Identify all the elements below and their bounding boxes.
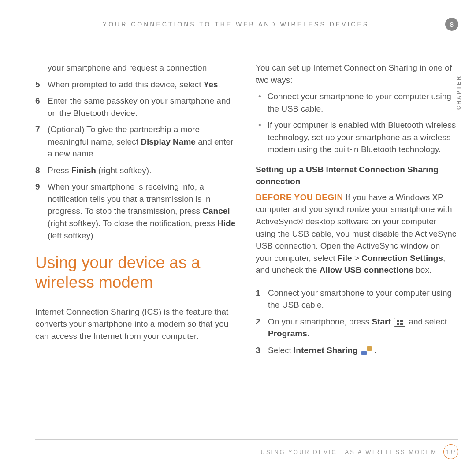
before-you-begin-paragraph: BEFORE YOU BEGIN If you have a Windows X…: [256, 191, 458, 276]
step-body: When your smartphone is receiving info, …: [48, 181, 238, 242]
step-number: 6: [35, 95, 41, 119]
bullet-dot-icon: •: [258, 119, 261, 156]
step-body: Enter the same passkey on your smartphon…: [48, 95, 238, 119]
step-number: 3: [256, 344, 262, 357]
chapter-number-badge: 8: [445, 18, 458, 31]
bullet-dot-icon: •: [258, 90, 261, 115]
step-9: 9 When your smartphone is receiving info…: [35, 181, 238, 242]
step-number: 1: [256, 287, 262, 311]
step-7: 7 (Optional) To give the partnership a m…: [35, 123, 238, 160]
bullet-text: If your computer is enabled with Bluetoo…: [268, 119, 458, 156]
bullet-bluetooth: • If your computer is enabled with Bluet…: [256, 119, 458, 156]
step-body: Connect your smartphone to your computer…: [268, 287, 458, 311]
header-title: YOUR CONNECTIONS TO THE WEB AND WIRELESS…: [35, 21, 436, 28]
page-footer: USING YOUR DEVICE AS A WIRELESS MODEM 18…: [35, 439, 458, 459]
step-body: On your smartphone, press Start and sele…: [268, 316, 458, 340]
left-column: your smartphone and request a connection…: [35, 62, 238, 361]
right-step-2: 2 On your smartphone, press Start and se…: [256, 316, 458, 340]
page-header: YOUR CONNECTIONS TO THE WEB AND WIRELESS…: [35, 18, 458, 31]
step-body: (Optional) To give the partnership a mor…: [48, 123, 238, 160]
ics-paragraph: Internet Connection Sharing (ICS) is the…: [35, 306, 238, 342]
step-number: 8: [35, 164, 41, 177]
section-heading-wireless-modem: Using your device as a wireless modem: [35, 253, 238, 296]
bullet-usb: • Connect your smartphone to your comput…: [256, 90, 458, 115]
step-body: When prompted to add this device, select…: [48, 78, 238, 91]
step-5: 5 When prompted to add this device, sele…: [35, 78, 238, 91]
step-8: 8 Press Finish (right softkey).: [35, 164, 238, 177]
step-body: Press Finish (right softkey).: [48, 164, 238, 177]
windows-start-icon: [394, 318, 405, 327]
chapter-label: CHAPTER: [456, 75, 462, 110]
step-6: 6 Enter the same passkey on your smartph…: [35, 95, 238, 119]
before-you-begin-label: BEFORE YOU BEGIN: [256, 193, 343, 202]
right-step-1: 1 Connect your smartphone to your comput…: [256, 287, 458, 311]
step-number: 2: [256, 316, 262, 340]
step-number: 7: [35, 123, 41, 160]
step-number: 9: [35, 181, 41, 242]
intro-fragment: your smartphone and request a connection…: [35, 62, 238, 74]
page-number-badge: 187: [443, 444, 458, 459]
internet-sharing-icon: [361, 346, 372, 355]
step-number: 5: [35, 78, 41, 91]
sub-heading-usb-ics: Setting up a USB Internet Connection Sha…: [256, 164, 458, 188]
footer-section-title: USING YOUR DEVICE AS A WIRELESS MODEM: [261, 449, 437, 455]
right-column: You can set up Internet Connection Shari…: [256, 62, 458, 361]
step-body: Select Internet Sharing .: [268, 344, 458, 357]
content-columns: your smartphone and request a connection…: [35, 62, 458, 361]
document-page: YOUR CONNECTIONS TO THE WEB AND WIRELESS…: [0, 0, 476, 476]
right-intro: You can set up Internet Connection Shari…: [256, 62, 458, 86]
right-step-3: 3 Select Internet Sharing .: [256, 344, 458, 357]
bullet-text: Connect your smartphone to your computer…: [268, 90, 458, 115]
